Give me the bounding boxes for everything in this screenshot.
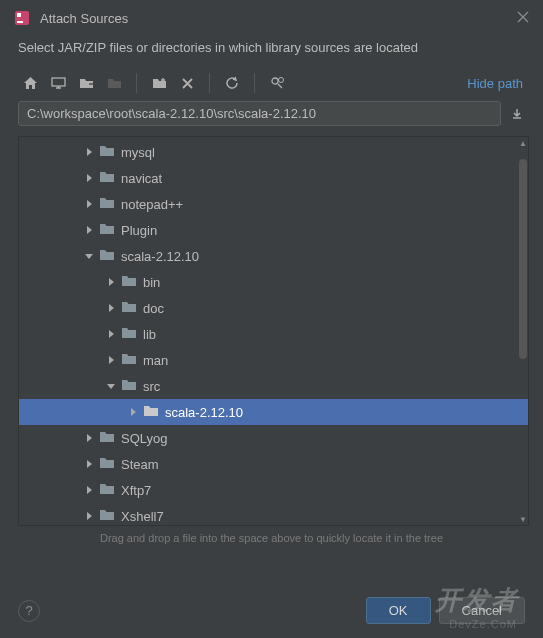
tree-item-label: Steam [121,457,159,472]
scrollbar-vertical[interactable]: ▲ ▼ [518,137,528,525]
tree-item-label: doc [143,301,164,316]
module-icon [102,71,126,95]
tree-row[interactable]: Plugin [19,217,528,243]
cancel-button[interactable]: Cancel [439,597,525,624]
chevron-down-icon[interactable] [105,380,117,392]
folder-icon [143,404,159,420]
ok-button[interactable]: OK [366,597,431,624]
refresh-icon[interactable] [220,71,244,95]
svg-point-4 [272,78,278,84]
tree-row[interactable]: SQLyog [19,425,528,451]
history-icon[interactable] [505,101,529,126]
tree-row[interactable]: navicat [19,165,528,191]
folder-icon [99,170,115,186]
tree-container: mysqlnavicatnotepad++Pluginscala-2.12.10… [18,136,529,526]
chevron-right-icon[interactable] [105,276,117,288]
chevron-right-icon[interactable] [105,328,117,340]
svg-rect-1 [17,13,21,17]
help-button[interactable]: ? [18,600,40,622]
path-input[interactable] [18,101,501,126]
tree-item-label: SQLyog [121,431,168,446]
chevron-right-icon[interactable] [83,458,95,470]
button-row: ? OK Cancel [0,597,543,624]
tree-item-label: scala-2.12.10 [165,405,243,420]
tree-row[interactable]: bin [19,269,528,295]
folder-icon [99,196,115,212]
chevron-right-icon[interactable] [127,406,139,418]
chevron-right-icon[interactable] [83,484,95,496]
folder-icon [121,378,137,394]
chevron-right-icon[interactable] [83,224,95,236]
folder-icon [99,456,115,472]
folder-icon [99,482,115,498]
chevron-right-icon[interactable] [105,354,117,366]
scrollbar-thumb[interactable] [519,159,527,359]
tree-item-label: bin [143,275,160,290]
tree-item-label: navicat [121,171,162,186]
tree-item-label: man [143,353,168,368]
tree-row[interactable]: doc [19,295,528,321]
chevron-down-icon[interactable] [83,250,95,262]
svg-point-5 [278,78,283,83]
folder-icon [121,352,137,368]
tree-row[interactable]: Steam [19,451,528,477]
svg-rect-2 [17,21,23,23]
folder-icon [99,222,115,238]
tree-row[interactable]: Xftp7 [19,477,528,503]
folder-icon [99,248,115,264]
tree-row[interactable]: scala-2.12.10 [19,243,528,269]
tree-row[interactable]: src [19,373,528,399]
path-row [0,101,543,132]
tree-row[interactable]: Xshell7 [19,503,528,526]
tree-row[interactable]: lib [19,321,528,347]
chevron-right-icon[interactable] [83,172,95,184]
folder-icon [121,274,137,290]
tree-item-label: mysql [121,145,155,160]
show-hidden-icon[interactable] [265,71,289,95]
toolbar: Hide path [0,65,543,101]
app-icon [14,10,30,26]
chevron-right-icon[interactable] [83,146,95,158]
delete-icon[interactable] [175,71,199,95]
chevron-right-icon[interactable] [83,432,95,444]
separator [136,73,137,93]
tree-row[interactable]: mysql [19,139,528,165]
tree-item-label: Plugin [121,223,157,238]
tree-item-label: Xshell7 [121,509,164,524]
tree-item-label: src [143,379,160,394]
folder-icon [121,326,137,342]
folder-icon [99,430,115,446]
separator [209,73,210,93]
close-icon[interactable] [517,11,529,26]
desktop-icon[interactable] [46,71,70,95]
tree-item-label: Xftp7 [121,483,151,498]
dialog-subtitle: Select JAR/ZIP files or directories in w… [0,34,543,65]
svg-rect-3 [52,78,65,86]
tree-item-label: notepad++ [121,197,183,212]
hint-text: Drag and drop a file into the space abov… [0,526,543,544]
chevron-right-icon[interactable] [105,302,117,314]
folder-icon [99,144,115,160]
chevron-right-icon[interactable] [83,198,95,210]
tree-item-label: scala-2.12.10 [121,249,199,264]
tree-item-label: lib [143,327,156,342]
hide-path-link[interactable]: Hide path [467,76,529,91]
folder-icon [99,508,115,524]
separator [254,73,255,93]
folder-icon [121,300,137,316]
tree-row[interactable]: scala-2.12.10 [19,399,528,425]
tree-row[interactable]: man [19,347,528,373]
home-icon[interactable] [18,71,42,95]
chevron-right-icon[interactable] [83,510,95,522]
titlebar: Attach Sources [0,0,543,34]
new-folder-icon[interactable] [147,71,171,95]
file-tree[interactable]: mysqlnavicatnotepad++Pluginscala-2.12.10… [19,137,528,526]
tree-row[interactable]: notepad++ [19,191,528,217]
project-icon[interactable] [74,71,98,95]
dialog-title: Attach Sources [40,11,128,26]
